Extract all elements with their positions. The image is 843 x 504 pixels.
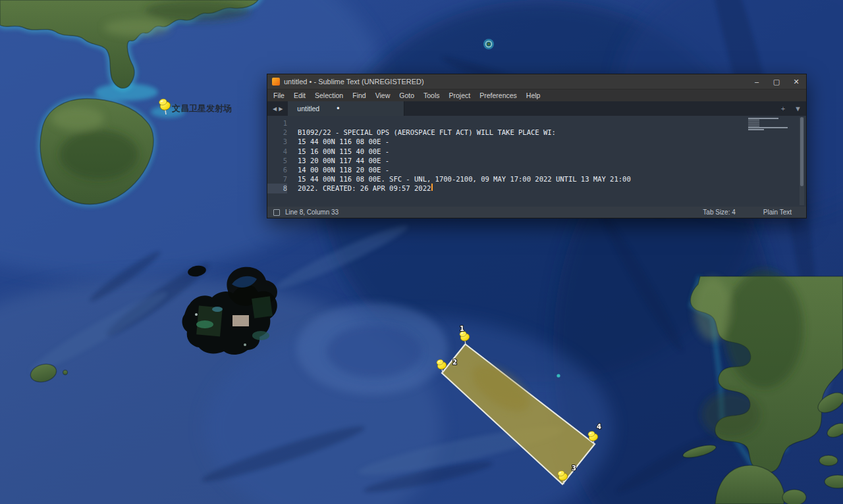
menu-view[interactable]: View bbox=[371, 89, 395, 101]
text-cursor bbox=[431, 184, 433, 191]
code-line: 315 44 00N 116 08 00E - bbox=[267, 137, 806, 146]
pin-3-label: 3 bbox=[572, 465, 576, 472]
menu-edit[interactable]: Edit bbox=[289, 89, 310, 101]
editor-area[interactable]: 1 2B1092/22 - SPECIAL OPS (AEROSPACE FLT… bbox=[267, 116, 806, 207]
minimize-button[interactable]: – bbox=[747, 74, 767, 89]
menu-project[interactable]: Project bbox=[445, 89, 476, 101]
scrollbar-thumb[interactable] bbox=[800, 117, 803, 186]
modified-dot-icon[interactable]: • bbox=[337, 104, 339, 113]
menu-goto[interactable]: Goto bbox=[394, 89, 419, 101]
menu-bar: File Edit Selection Find View Goto Tools… bbox=[267, 89, 806, 101]
cursor-position: Line 8, Column 33 bbox=[285, 209, 339, 216]
launch-site-label: 文昌卫星发射场 bbox=[171, 103, 232, 113]
tab-untitled[interactable]: untitled • bbox=[288, 101, 404, 116]
code-line: 1 bbox=[267, 118, 806, 128]
maximize-button[interactable]: ▢ bbox=[767, 74, 786, 89]
menu-selection[interactable]: Selection bbox=[310, 89, 348, 101]
tab-label: untitled bbox=[297, 105, 319, 113]
code-line: 415 16 00N 115 40 00E - bbox=[267, 147, 806, 156]
pin-1-label: 1 bbox=[460, 325, 464, 332]
tab-size-setting[interactable]: Tab Size: 4 bbox=[703, 209, 735, 216]
code-line: 2B1092/22 - SPECIAL OPS (AEROSPACE FLT A… bbox=[267, 128, 806, 137]
menu-find[interactable]: Find bbox=[348, 89, 370, 101]
sublime-app-icon bbox=[272, 78, 280, 86]
title-bar[interactable]: untitled • - Sublime Text (UNREGISTERED)… bbox=[267, 74, 806, 89]
menu-file[interactable]: File bbox=[269, 89, 289, 101]
menu-tools[interactable]: Tools bbox=[419, 89, 445, 101]
tab-forward-icon[interactable]: ▶ bbox=[279, 106, 283, 112]
undersea-bank bbox=[296, 303, 448, 395]
menu-help[interactable]: Help bbox=[522, 89, 545, 101]
menu-preferences[interactable]: Preferences bbox=[475, 89, 522, 101]
tab-back-icon[interactable]: ◀ bbox=[273, 106, 277, 112]
minimap[interactable] bbox=[748, 118, 796, 131]
new-tab-icon[interactable]: + bbox=[776, 101, 790, 116]
pin-2-label: 2 bbox=[452, 359, 457, 366]
pratas-island bbox=[483, 39, 494, 49]
code-line-current: 82022. CREATED: 26 APR 09:57 2022 bbox=[267, 184, 806, 193]
sublime-text-window[interactable]: untitled • - Sublime Text (UNREGISTERED)… bbox=[267, 74, 807, 218]
scarborough-shoal bbox=[557, 374, 560, 377]
syntax-setting[interactable]: Plain Text bbox=[763, 209, 792, 216]
status-bar: Line 8, Column 33 Tab Size: 4 Plain Text bbox=[267, 207, 806, 218]
vintage-mode-icon[interactable] bbox=[273, 209, 280, 216]
code-line: 614 00 00N 118 20 00E - bbox=[267, 165, 806, 174]
tab-overflow-icon[interactable]: ▼ bbox=[790, 101, 806, 116]
code-line: 715 44 00N 116 08 00E. SFC - UNL, 1700-2… bbox=[267, 174, 806, 184]
vertical-scrollbar[interactable] bbox=[800, 117, 804, 205]
tab-bar: ◀ ▶ untitled • + ▼ bbox=[267, 101, 806, 116]
window-title: untitled • - Sublime Text (UNREGISTERED) bbox=[284, 78, 747, 86]
close-button[interactable]: ✕ bbox=[786, 74, 806, 89]
code-line: 513 20 00N 117 44 00E - bbox=[267, 156, 806, 165]
desktop: { "map": { "launch_site_label": "文昌卫星发射场… bbox=[0, 0, 843, 504]
pin-4-label: 4 bbox=[597, 423, 601, 430]
